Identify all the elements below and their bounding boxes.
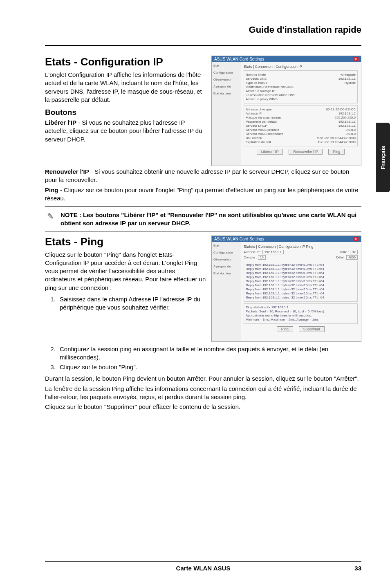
stat-line: Ping statistics for 192.168.1.1:	[246, 305, 356, 310]
row-label: Activer le routage IP	[246, 89, 275, 93]
row-value: 192.168.1.1	[338, 120, 356, 123]
ping-line: Reply from 192.168.1.1: bytes=32 time<10…	[246, 279, 356, 283]
side-item[interactable]: A propos de	[213, 265, 238, 268]
side-item[interactable]: A propos de	[213, 85, 238, 88]
sec2-p2: Durant la session, le bouton Ping devien…	[45, 375, 361, 383]
row-value: 0.0.0.0	[346, 132, 356, 136]
ip-label: Adresse IP :	[244, 250, 261, 254]
row-label: Masque de sous-réseau	[246, 116, 281, 119]
count-input[interactable]: 10	[258, 255, 266, 260]
side-item[interactable]: Observateur	[213, 258, 238, 261]
close-icon[interactable]: ×	[353, 57, 359, 61]
delay-label: Délai :	[336, 256, 345, 259]
row-label: Nom de l'hôte	[246, 73, 266, 76]
ping-button[interactable]: Ping	[328, 149, 345, 155]
release-ip-button[interactable]: Libérer l'IP	[257, 149, 283, 155]
delay-input[interactable]: 4000	[346, 255, 358, 260]
row-label: Serveur DHCP	[246, 124, 267, 128]
row-value: Hybride	[344, 81, 356, 85]
separator	[45, 206, 361, 207]
row-label: Bail obtenu	[246, 136, 262, 140]
sec2-p4: Cliquez sur le bouton "Supprimer" pour e…	[45, 403, 361, 411]
sec2-p3: La fenêtre de la session Ping affiche le…	[45, 385, 361, 402]
row-label: Expiration du bail	[246, 140, 271, 144]
sec1-h2: Boutons	[45, 108, 206, 117]
sec1-liberer-label: Libérer l'IP	[45, 119, 76, 126]
sec1-heading: Etats - Configuration IP	[45, 56, 206, 68]
side-item[interactable]: Configuration	[213, 251, 238, 254]
row-value: 192.168.1.1	[338, 77, 356, 81]
stat-line: Minimum = 1ms, Maximum = 2ms, Average = …	[246, 318, 356, 322]
shot2-sidebar: Etat Configuration Observateur A propos …	[212, 242, 240, 341]
row-value: 00-11-22-D0-EE-CC	[326, 108, 356, 111]
side-item[interactable]: Etat du Lien	[213, 92, 238, 95]
screenshot-ping: ASUS WLAN Card Settings× Etat Configurat…	[211, 236, 361, 342]
size-input[interactable]: 32	[350, 250, 358, 254]
shot1-title: ASUS WLAN Card Settings	[214, 57, 264, 61]
sec2-heading: Etats - Ping	[45, 236, 206, 248]
note-text: NOTE : Les boutons "Libérer l'IP" et "Re…	[61, 211, 361, 228]
row-value: 192.168.1.1	[338, 124, 356, 128]
row-value: wintegrate	[341, 73, 356, 76]
ping-start-button[interactable]: Ping	[277, 326, 293, 332]
row-value: Tue Jan 13 10:44:42 2009	[318, 140, 356, 144]
footer-title: Carte WLAN ASUS	[176, 565, 231, 572]
stat-line: Packets: Sent = 10, Received = 10, Lost …	[246, 310, 356, 314]
language-tab: Français	[376, 123, 390, 192]
stat-line: Approximate round trip times in milli-se…	[246, 314, 356, 318]
ping-line: Reply from 192.168.1.1: bytes=32 time<10…	[246, 275, 356, 279]
ping-stats: Ping statistics for 192.168.1.1: Packets…	[244, 303, 358, 324]
ping-line: Reply from 192.168.1.1: bytes=32 time<10…	[246, 296, 356, 300]
sec1-liberer: Libérer l'IP - Si vous ne souhaitez plus…	[45, 119, 206, 144]
doc-header-title: Guide d'installation rapide	[45, 25, 361, 35]
shot1-tabs[interactable]: Etats | Connexion | Configuration IP	[244, 65, 358, 69]
row-value: 255.255.255.0	[335, 116, 356, 119]
shot1-sidebar: Etat Configuration Observateur A propos …	[212, 62, 240, 165]
side-item[interactable]: Configuration	[213, 71, 238, 74]
count-label: Compte :	[244, 256, 257, 259]
separator	[45, 231, 361, 231]
ping-line: Reply from 192.168.1.1: bytes=32 time<10…	[246, 292, 356, 296]
row-label: Passerelle par défaut	[246, 120, 277, 123]
ping-line: Reply from 192.168.1.1: bytes=32 time<10…	[246, 267, 356, 271]
sec1-p1: L'onglet Configuration IP affiche les in…	[45, 71, 206, 104]
close-icon[interactable]: ×	[353, 237, 359, 241]
sec2-p1: Cliquez sur le bouton "Ping" dans l'ongl…	[45, 251, 206, 292]
row-label: Type de noeud	[246, 81, 267, 85]
sec1-renew: Renouveler l'IP - Si vous souhaitez obte…	[45, 168, 361, 184]
sec1-ping-label: Ping	[45, 186, 58, 193]
row-label: Serveurs DNS	[246, 77, 267, 81]
screenshot-ip-config: ASUS WLAN Card Settings× Etat Configurat…	[211, 56, 361, 166]
row-value: Mon Jan 28 10:44:42 2008	[317, 136, 356, 140]
size-label: Taille :	[340, 250, 349, 254]
ping-line: Reply from 192.168.1.1: bytes=32 time<10…	[246, 271, 356, 275]
row-label: Identificateur d'étendue NetBIOS	[246, 85, 294, 89]
side-item[interactable]: Etat	[213, 244, 238, 247]
ip-input[interactable]: 192.168.1.1	[262, 250, 284, 254]
side-item[interactable]: Observateur	[213, 78, 238, 81]
shot2-title: ASUS WLAN Card Settings	[214, 237, 264, 241]
row-label: Serveur WINS secondaire	[246, 132, 283, 136]
page-number: 33	[230, 565, 361, 572]
sec2-li3: Cliquez sur le bouton "Ping".	[57, 363, 361, 371]
row-value: 0.0.0.0	[346, 128, 356, 132]
sec1-ping: Ping - Cliquez sur ce bouton pour ouvrir…	[45, 186, 361, 203]
row-value: 192.168.1.2	[338, 112, 356, 115]
row-label: La résolution NetBIOS utilise DNS	[246, 93, 295, 97]
row-label: Adresse physique	[246, 108, 272, 111]
row-label: Adresse IP	[246, 112, 262, 115]
row-label: Serveur WINS primaire	[246, 128, 279, 132]
ping-output: Reply from 192.168.1.1: bytes=32 time<10…	[244, 261, 358, 302]
side-item[interactable]: Etat du Lien	[213, 272, 238, 275]
side-item[interactable]: Etat	[213, 64, 238, 67]
shot2-tabs[interactable]: Statuts | Connexion | Configuration IP P…	[244, 245, 358, 249]
renew-ip-button[interactable]: Renouveler l'IP	[289, 149, 323, 155]
sec1-ping-text: - Cliquez sur ce bouton pour ouvrir l'on…	[45, 186, 359, 202]
sec2-li1: Saisissez dans le champ Adresse IP l'adr…	[57, 295, 206, 312]
sec1-renew-label: Renouveler l'IP	[45, 168, 89, 175]
ping-line: Reply from 192.168.1.1: bytes=32 time<10…	[246, 287, 356, 292]
clear-button[interactable]: Supprimer	[299, 326, 325, 332]
header-rule	[45, 45, 361, 46]
sec1-renew-text: - Si vous souhaitez obtenir une nouvelle…	[45, 168, 349, 183]
sec2-li2: Configurez la session ping en assignant …	[57, 345, 361, 362]
